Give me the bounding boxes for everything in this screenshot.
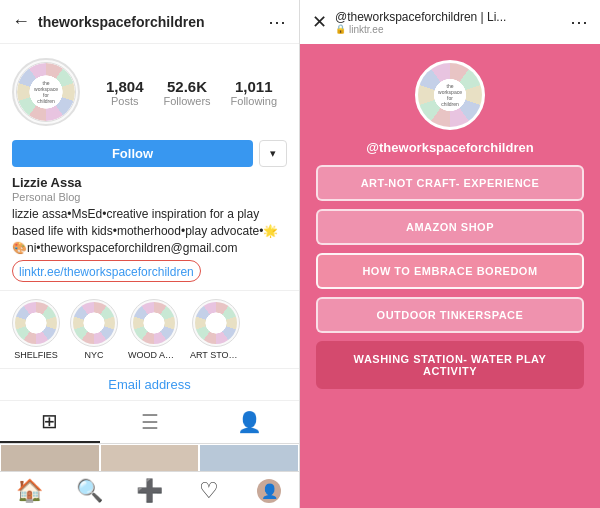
tab-grid[interactable]: ⊞ — [0, 401, 100, 443]
tab-tagged[interactable]: 👤 — [199, 401, 299, 443]
story-avatar — [15, 302, 57, 344]
profile-username: theworkspaceforchildren — [38, 14, 205, 30]
followers-label: Followers — [164, 95, 211, 107]
right-content: theworkspaceforchildren @theworkspacefor… — [300, 44, 600, 508]
story-label: ART STORAGE ON B — [190, 350, 242, 360]
grid-section — [0, 444, 299, 471]
right-top-bar: ✕ @theworkspaceforchildren | Li... 🔒 lin… — [300, 0, 600, 44]
right-url-domain: linktr.ee — [349, 24, 383, 35]
story-avatar — [73, 302, 115, 344]
following-count: 1,011 — [235, 78, 273, 95]
follow-button[interactable]: Follow — [12, 140, 253, 167]
right-url-container: @theworkspaceforchildren | Li... 🔒 linkt… — [335, 10, 506, 35]
back-arrow-icon[interactable]: ← — [12, 11, 30, 32]
right-more-icon[interactable]: ⋯ — [570, 11, 588, 33]
home-icon: 🏠 — [16, 478, 43, 504]
tab-section: ⊞ ☰ 👤 — [0, 401, 299, 444]
right-avatar: theworkspaceforchildren — [415, 60, 485, 130]
add-icon: ➕ — [136, 478, 163, 504]
bio-name: Lizzie Assa — [12, 175, 287, 190]
right-url-sub: 🔒 linktr.ee — [335, 24, 506, 35]
search-icon: 🔍 — [76, 478, 103, 504]
following-label: Following — [231, 95, 277, 107]
stories-section: SHELFIES NYC WOOD AND... ART STORAGE ON … — [0, 290, 299, 369]
heart-icon: ♡ — [199, 478, 219, 504]
nav-likes[interactable]: ♡ — [179, 478, 239, 504]
story-item-wood[interactable]: WOOD AND... — [128, 299, 180, 360]
grid-thumb-1[interactable] — [1, 445, 99, 471]
email-link[interactable]: Email address — [108, 377, 190, 392]
profile-section: theworkspaceforchildren 1,804 Posts 52.6… — [0, 44, 299, 134]
avatar-inner: theworkspaceforchildren — [16, 62, 76, 122]
profile-icon: 👤 — [257, 479, 281, 503]
dropdown-button[interactable]: ▾ — [259, 140, 287, 167]
story-item-art-storage[interactable]: ART STORAGE ON B — [190, 299, 242, 360]
story-label: WOOD AND... — [128, 350, 180, 360]
stat-following: 1,011 Following — [231, 78, 277, 107]
right-url-title: @theworkspaceforchildren | Li... — [335, 10, 506, 24]
story-circle — [130, 299, 178, 347]
story-item-shelfies[interactable]: SHELFIES — [12, 299, 60, 360]
email-section: Email address — [0, 369, 299, 401]
bottom-nav: 🏠 🔍 ➕ ♡ 👤 — [0, 471, 299, 508]
link-btn-amazon[interactable]: AMAZON SHOP — [316, 209, 584, 245]
stat-posts: 1,804 Posts — [106, 78, 144, 107]
left-panel: ← theworkspaceforchildren ⋯ theworkspace… — [0, 0, 300, 508]
bio-text: lizzie assa•MsEd•creative inspiration fo… — [12, 206, 287, 256]
link-buttons: ART-NOT CRAFT- EXPERIENCE AMAZON SHOP HO… — [316, 165, 584, 389]
story-avatar — [133, 302, 175, 344]
stats-container: 1,804 Posts 52.6K Followers 1,011 Follow… — [96, 78, 287, 107]
story-avatar — [195, 302, 237, 344]
right-handle: @theworkspaceforchildren — [366, 140, 533, 155]
tagged-icon: 👤 — [237, 410, 262, 434]
close-icon[interactable]: ✕ — [312, 11, 327, 33]
link-btn-art[interactable]: ART-NOT CRAFT- EXPERIENCE — [316, 165, 584, 201]
action-buttons: Follow ▾ — [0, 134, 299, 175]
story-circle — [70, 299, 118, 347]
link-btn-boredom[interactable]: HOW TO EMBRACE BOREDOM — [316, 253, 584, 289]
more-options-icon[interactable]: ⋯ — [268, 11, 287, 33]
top-bar: ← theworkspaceforchildren ⋯ — [0, 0, 299, 44]
grid-thumb-3[interactable] — [200, 445, 298, 471]
right-avatar-inner: theworkspaceforchildren — [418, 63, 482, 127]
story-item-nyc[interactable]: NYC — [70, 299, 118, 360]
nav-profile[interactable]: 👤 — [239, 478, 299, 504]
avatar: theworkspaceforchildren — [12, 58, 80, 126]
posts-label: Posts — [111, 95, 139, 107]
nav-add[interactable]: ➕ — [120, 478, 180, 504]
grid-icon: ⊞ — [41, 409, 58, 433]
link-btn-washing[interactable]: WASHING STATION- WATER PLAY ACTIVITY — [316, 341, 584, 389]
lock-icon: 🔒 — [335, 24, 346, 34]
story-label: NYC — [84, 350, 103, 360]
nav-search[interactable]: 🔍 — [60, 478, 120, 504]
stat-followers: 52.6K Followers — [164, 78, 211, 107]
story-label: SHELFIES — [14, 350, 58, 360]
grid-thumb-2[interactable] — [101, 445, 199, 471]
top-bar-left: ← theworkspaceforchildren — [12, 11, 205, 32]
followers-count: 52.6K — [167, 78, 207, 95]
story-circle — [12, 299, 60, 347]
right-avatar-text: theworkspaceforchildren — [438, 83, 462, 107]
tab-list[interactable]: ☰ — [100, 401, 200, 443]
story-circle — [192, 299, 240, 347]
right-top-left: ✕ @theworkspaceforchildren | Li... 🔒 lin… — [312, 10, 506, 35]
bio-link-wrapper: linktr.ee/theworkspaceforchildren — [12, 260, 201, 282]
bio-category: Personal Blog — [12, 191, 287, 203]
link-btn-outdoor[interactable]: OUTDOOR TINKERSPACE — [316, 297, 584, 333]
posts-count: 1,804 — [106, 78, 144, 95]
bio-section: Lizzie Assa Personal Blog lizzie assa•Ms… — [0, 175, 299, 290]
right-panel: ✕ @theworkspaceforchildren | Li... 🔒 lin… — [300, 0, 600, 508]
nav-home[interactable]: 🏠 — [0, 478, 60, 504]
avatar-text: theworkspaceforchildren — [32, 78, 60, 106]
bio-link[interactable]: linktr.ee/theworkspaceforchildren — [19, 265, 194, 279]
list-icon: ☰ — [141, 410, 159, 434]
